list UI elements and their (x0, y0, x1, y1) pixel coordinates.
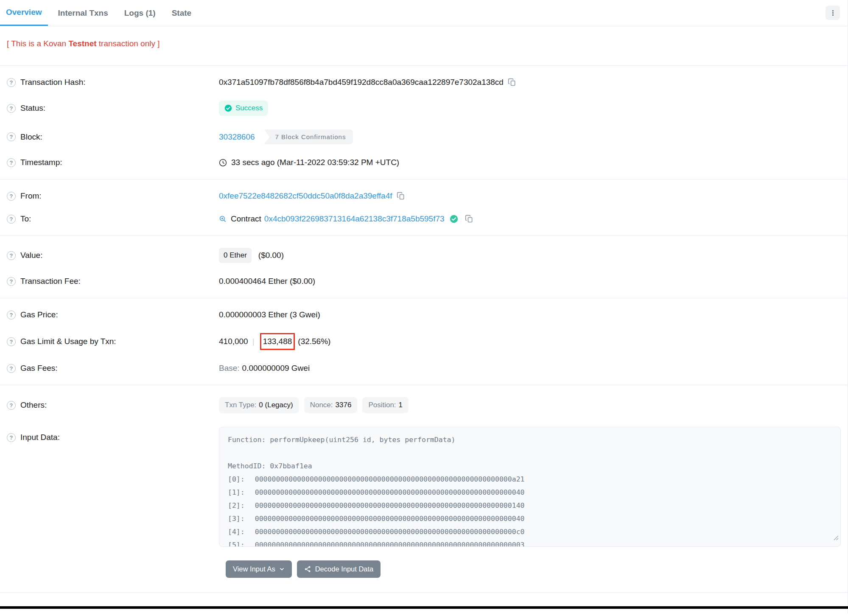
block-number-link[interactable]: 30328606 (219, 132, 255, 142)
tab-item[interactable]: Logs (1) (118, 0, 162, 26)
transaction-fee-value: 0.000400464 Ether ($0.00) (219, 277, 315, 286)
help-icon[interactable]: ? (7, 192, 16, 201)
input-actions: View Input As Decode Input Data (226, 560, 841, 578)
gas-base-label: Base: (219, 364, 240, 373)
word-hex: 0000000000000000000000000000000000000000… (255, 525, 525, 538)
screenshot-bottom-edge (0, 606, 848, 609)
section-value-fee: ? Value: 0 Ether ($0.00) ? Transaction F… (0, 236, 848, 298)
attribute-chip: Position:1 (362, 397, 409, 413)
help-icon[interactable]: ? (7, 251, 16, 260)
to-type-text: Contract (231, 214, 261, 224)
input-data-label: Input Data: (20, 433, 60, 442)
input-data-textarea[interactable]: Function: performUpkeep(uint256 id, byte… (219, 427, 841, 547)
value-label: Value: (20, 251, 42, 260)
section-gas: ? Gas Price: 0.000000003 Ether (3 Gwei) … (0, 298, 848, 385)
notice-section: [ This is a Kovan Testnet transaction on… (0, 26, 848, 66)
row-block: ? Block: 30328606 7 Block Confirmations (7, 123, 841, 151)
gas-limit-value: 410,000 (219, 337, 248, 346)
status-badge: Success (219, 101, 268, 116)
help-icon[interactable]: ? (7, 277, 16, 286)
row-gas-limit-usage: ? Gas Limit & Usage by Txn: 410,000 | 13… (7, 326, 841, 357)
help-icon[interactable]: ? (7, 104, 16, 113)
word-index: [5]: (228, 538, 245, 547)
input-word-line: [4]:000000000000000000000000000000000000… (228, 525, 832, 538)
gas-used-percent: (32.56%) (298, 337, 330, 346)
others-label: Others: (20, 400, 47, 410)
gas-separator: | (252, 337, 255, 346)
row-input-data: ? Input Data: Function: performUpkeep(ui… (7, 420, 841, 554)
resize-handle[interactable] (834, 532, 839, 545)
more-options-button[interactable] (826, 6, 840, 20)
word-index: [4]: (228, 525, 245, 538)
from-label: From: (20, 191, 42, 201)
row-value: ? Value: 0 Ether ($0.00) (7, 241, 841, 270)
timestamp-value: 33 secs ago (Mar-11-2022 03:59:32 PM +UT… (231, 158, 399, 167)
row-timestamp: ? Timestamp: 33 secs ago (Mar-11-2022 03… (7, 151, 841, 174)
transaction-hash-value: 0x371a51097fb78df856f8b4a7bd459f192d8cc8… (219, 78, 504, 87)
testnet-notice: [ This is a Kovan Testnet transaction on… (7, 39, 841, 48)
view-input-as-button[interactable]: View Input As (226, 560, 292, 578)
verified-check-icon (450, 215, 458, 223)
decode-icon (304, 566, 311, 573)
help-icon[interactable]: ? (7, 433, 16, 442)
attribute-chip: Txn Type:0 (Legacy) (219, 397, 299, 413)
section-addresses: ? From: 0xfee7522e8482682cf50ddc50a0f8da… (0, 179, 848, 236)
value-amount-chip: 0 Ether (219, 248, 252, 263)
status-label: Status: (20, 104, 45, 113)
zoom-in-icon[interactable] (219, 215, 227, 223)
transaction-details-page: Overview Internal Txns Logs (1) State .m… (0, 0, 848, 613)
block-confirmations-badge: 7 Block Confirmations (264, 129, 353, 144)
help-icon[interactable]: ? (7, 311, 16, 319)
from-address-link[interactable]: 0xfee7522e8482682cf50ddc50a0f8da2a39effa… (219, 191, 392, 201)
row-status: ? Status: Success (7, 94, 841, 123)
timestamp-label: Timestamp: (20, 158, 62, 167)
to-label: To: (20, 214, 31, 224)
help-icon[interactable]: ? (7, 158, 16, 167)
gas-price-label: Gas Price: (20, 310, 58, 319)
help-icon[interactable]: ? (7, 215, 16, 224)
input-function-line: Function: performUpkeep(uint256 id, byte… (228, 433, 832, 446)
row-transaction-fee: ? Transaction Fee: 0.000400464 Ether ($0… (7, 270, 841, 293)
tab-item[interactable]: State (166, 0, 197, 26)
clock-icon (219, 159, 227, 167)
tab-item[interactable]: Overview (0, 0, 48, 26)
word-hex: 0000000000000000000000000000000000000000… (255, 538, 525, 547)
word-hex: 0000000000000000000000000000000000000000… (255, 512, 525, 525)
gas-price-value: 0.000000003 Ether (3 Gwei) (219, 310, 320, 319)
transaction-fee-label: Transaction Fee: (20, 277, 81, 286)
help-icon[interactable]: ? (7, 132, 16, 141)
help-icon[interactable]: ? (7, 337, 16, 346)
word-index: [0]: (228, 473, 245, 486)
gas-used-value-annotated: 133,488 (260, 333, 295, 350)
gas-fees-label: Gas Fees: (20, 364, 58, 373)
block-label: Block: (20, 132, 42, 142)
row-transaction-hash: ? Transaction Hash: 0x371a51097fb78df856… (7, 71, 841, 94)
to-address-link[interactable]: 0x4cb093f226983713164a62138c3f718a5b595f… (264, 214, 445, 224)
tab-bar: Overview Internal Txns Logs (1) State (0, 0, 848, 26)
help-icon[interactable]: ? (7, 401, 16, 410)
copy-icon[interactable] (508, 78, 516, 87)
help-icon[interactable]: ? (7, 78, 16, 87)
row-gas-fees: ? Gas Fees: Base: 0.000000009 Gwei (7, 357, 841, 380)
input-methodid-line: MethodID: 0x7bbaf1ea (228, 459, 832, 473)
check-circle-icon (224, 104, 232, 112)
word-hex: 0000000000000000000000000000000000000000… (255, 499, 525, 512)
copy-icon[interactable] (397, 192, 405, 200)
vertical-ellipsis-icon (829, 9, 837, 17)
input-word-line: [1]:000000000000000000000000000000000000… (228, 486, 832, 499)
row-others: ? Others: Txn Type:0 (Legacy) Nonce:3376… (7, 390, 841, 420)
section-others-input: ? Others: Txn Type:0 (Legacy) Nonce:3376… (0, 385, 848, 593)
input-word-line: [3]:000000000000000000000000000000000000… (228, 512, 832, 525)
help-icon[interactable]: ? (7, 364, 16, 373)
row-gas-price: ? Gas Price: 0.000000003 Ether (3 Gwei) (7, 303, 841, 326)
decode-input-data-button[interactable]: Decode Input Data (297, 560, 381, 578)
tab-item[interactable]: Internal Txns (52, 0, 114, 26)
row-to: ? To: Contract 0x4cb093f226983713164a621… (7, 207, 841, 230)
word-hex: 0000000000000000000000000000000000000000… (255, 473, 525, 486)
section-overview-top: ? Transaction Hash: 0x371a51097fb78df856… (0, 66, 848, 179)
word-index: [2]: (228, 499, 245, 512)
gas-base-value: 0.000000009 Gwei (242, 364, 310, 373)
copy-icon[interactable] (465, 215, 473, 223)
attribute-chip: Nonce:3376 (304, 397, 358, 413)
value-usd-text: ($0.00) (258, 251, 284, 260)
